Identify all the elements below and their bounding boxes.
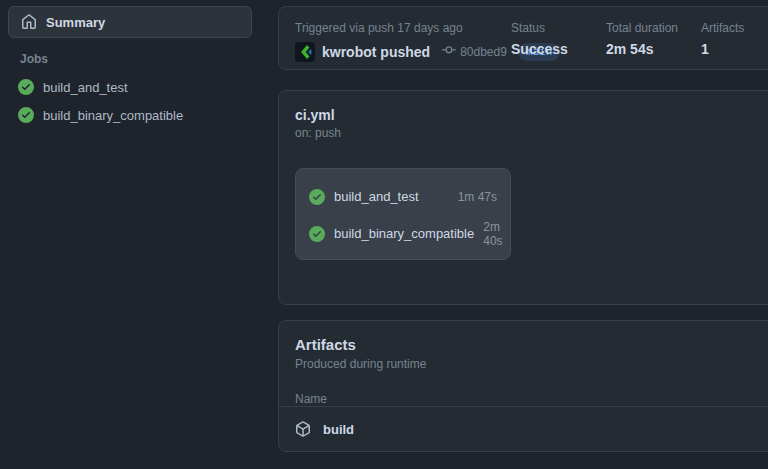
sidebar-job-label: build_binary_compatible [43, 108, 183, 123]
workflow-graph-card: ci.yml on: push build_and_test 1m 47s b [278, 90, 768, 305]
stat-label: Artifacts [701, 21, 768, 35]
stat-artifacts-count: Artifacts 1 [701, 19, 768, 69]
graph-job-duration: 1m 47s [458, 190, 497, 204]
graph-job-name: build_and_test [334, 189, 419, 204]
commit-sha: 80dbed9 [460, 45, 507, 59]
artifacts-card: Artifacts Produced during runtime Name b… [278, 320, 768, 452]
sidebar-item-job-build-and-test[interactable]: build_and_test [18, 76, 128, 98]
graph-job-name: build_binary_compatible [334, 226, 474, 241]
sidebar-summary-label: Summary [46, 15, 105, 30]
commit-link[interactable]: 80dbed9 [442, 43, 507, 61]
stat-total-duration: Total duration 2m 54s [606, 19, 701, 69]
package-icon [295, 421, 311, 437]
graph-job-build-and-test[interactable]: build_and_test 1m 47s [309, 178, 497, 215]
artifacts-name-column-header: Name [295, 392, 768, 406]
artifacts-subtitle: Produced during runtime [295, 357, 768, 371]
graph-job-build-binary-compatible[interactable]: build_binary_compatible 2m 40s [309, 215, 497, 252]
sidebar: Summary Jobs build_and_test build_binary… [0, 0, 262, 469]
job-group-node: build_and_test 1m 47s build_binary_compa… [295, 168, 511, 260]
actor-name[interactable]: kwrobot pushed [322, 44, 430, 60]
artifacts-count-value: 1 [701, 41, 768, 57]
stat-label: Status [511, 21, 606, 35]
workflow-file-title: ci.yml [295, 107, 768, 123]
sidebar-item-summary[interactable]: Summary [8, 6, 252, 38]
workflow-trigger-subtitle: on: push [295, 126, 768, 140]
trigger-text: Triggered via push 17 days ago [295, 21, 511, 35]
check-circle-icon [18, 79, 34, 95]
home-icon [21, 14, 37, 30]
sidebar-job-label: build_and_test [43, 80, 128, 95]
artifact-row-build[interactable]: build [279, 407, 768, 451]
artifact-name: build [323, 422, 354, 437]
actor-avatar[interactable] [295, 42, 315, 62]
check-circle-icon [18, 107, 34, 123]
artifacts-title: Artifacts [295, 336, 768, 353]
run-summary-card: Triggered via push 17 days ago kwrobot p… [278, 6, 768, 70]
check-circle-icon [309, 226, 325, 242]
git-commit-icon [442, 43, 456, 61]
stat-label: Total duration [606, 21, 701, 35]
status-value: Success [511, 41, 606, 57]
sidebar-item-job-build-binary-compatible[interactable]: build_binary_compatible [18, 104, 183, 126]
trigger-block: Triggered via push 17 days ago kwrobot p… [295, 19, 511, 69]
duration-value: 2m 54s [606, 41, 701, 57]
jobs-heading: Jobs [20, 52, 48, 66]
stat-status: Status Success [511, 19, 606, 69]
check-circle-icon [309, 189, 325, 205]
graph-job-duration: 2m 40s [483, 220, 502, 248]
